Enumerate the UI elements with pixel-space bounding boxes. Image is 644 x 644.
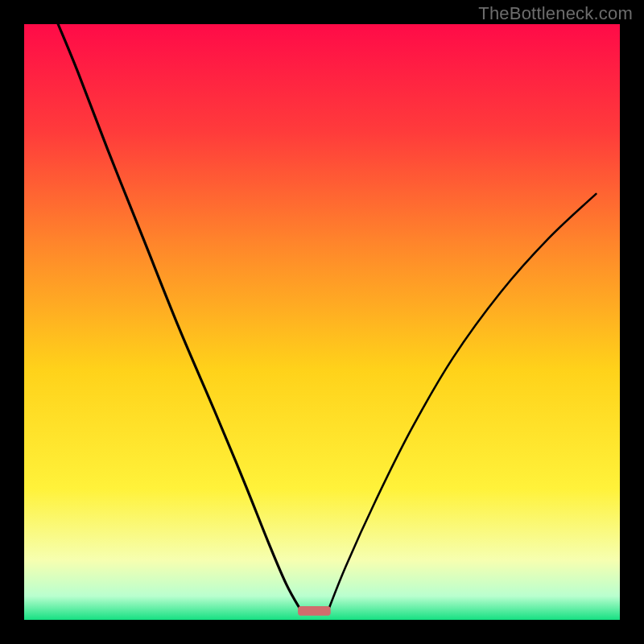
watermark-text: TheBottleneck.com (478, 3, 633, 24)
minimum-marker (298, 606, 331, 616)
plot-background (24, 24, 620, 620)
chart-frame: TheBottleneck.com (0, 0, 644, 644)
bottleneck-chart (0, 0, 644, 644)
